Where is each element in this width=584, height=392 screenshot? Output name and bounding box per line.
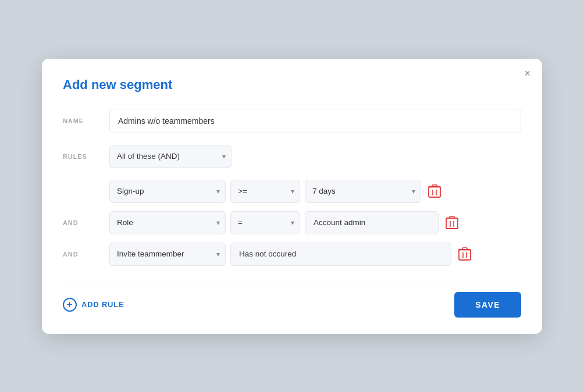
rules-logic-select[interactable]: All of these (AND) Any of these (OR)	[109, 145, 232, 168]
save-button[interactable]: SAVE	[454, 292, 521, 318]
rule-2-op-wrapper: >= <= = != ▾	[230, 211, 300, 234]
svg-rect-1	[432, 185, 437, 187]
rule-1-value-select[interactable]: 7 days 14 days 30 days	[305, 180, 421, 203]
add-rule-button[interactable]: + ADD RULE	[63, 298, 124, 312]
rule-1-op-select[interactable]: >= <= = !=	[230, 180, 300, 203]
rule-2-delete-button[interactable]	[446, 215, 458, 230]
rule-row-3: AND Sign-up Role Invite teammember ▾ Has…	[63, 243, 521, 266]
rule-3-value-static: Has not occured	[230, 243, 451, 266]
rules-label: RULES	[63, 153, 109, 160]
rule-3-and-label: AND	[63, 251, 109, 258]
rule-row-2: AND Sign-up Role Invite teammember ▾ >= …	[63, 211, 521, 234]
rule-2-trash-icon	[446, 215, 458, 230]
rule-2-type-wrapper: Sign-up Role Invite teammember ▾	[109, 211, 226, 234]
svg-rect-10	[459, 250, 471, 260]
add-rule-plus-icon: +	[63, 298, 77, 312]
svg-rect-11	[462, 248, 467, 250]
close-button[interactable]: ×	[524, 68, 530, 79]
rule-1-op-wrapper: >= <= = != ▾	[230, 180, 300, 203]
modal-footer: + ADD RULE SAVE	[63, 292, 521, 318]
svg-rect-5	[446, 218, 458, 229]
svg-rect-0	[429, 187, 440, 197]
rule-2-value-input[interactable]	[305, 211, 439, 234]
rule-2-type-select[interactable]: Sign-up Role Invite teammember	[109, 211, 226, 234]
modal-container: × Add new segment NAME RULES All of thes…	[42, 59, 542, 334]
rule-3-delete-button[interactable]	[458, 247, 471, 262]
rules-logic-row: RULES All of these (AND) Any of these (O…	[63, 145, 521, 168]
rule-1-trash-icon	[428, 184, 441, 199]
modal-title: Add new segment	[63, 77, 521, 92]
svg-rect-6	[450, 216, 454, 218]
rule-3-type-select[interactable]: Sign-up Role Invite teammember	[109, 243, 226, 266]
name-row: NAME	[63, 109, 521, 133]
footer-divider	[63, 280, 521, 280]
rule-2-op-select[interactable]: >= <= = !=	[230, 211, 300, 234]
rule-3-trash-icon	[458, 247, 471, 262]
rule-1-delete-button[interactable]	[428, 184, 441, 199]
rule-row-1: Sign-up Role Invite teammember ▾ >= <= =…	[63, 180, 521, 203]
rules-logic-select-wrapper: All of these (AND) Any of these (OR) ▾	[109, 145, 232, 168]
add-rule-label: ADD RULE	[81, 300, 124, 309]
rule-1-type-wrapper: Sign-up Role Invite teammember ▾	[109, 180, 226, 203]
name-input[interactable]	[109, 109, 521, 133]
rule-1-value-wrapper: 7 days 14 days 30 days ▾	[305, 180, 421, 203]
modal-overlay: × Add new segment NAME RULES All of thes…	[0, 0, 584, 392]
rule-2-and-label: AND	[63, 219, 109, 226]
rule-3-type-wrapper: Sign-up Role Invite teammember ▾	[109, 243, 226, 266]
name-label: NAME	[63, 117, 109, 124]
rule-1-type-select[interactable]: Sign-up Role Invite teammember	[109, 180, 226, 203]
